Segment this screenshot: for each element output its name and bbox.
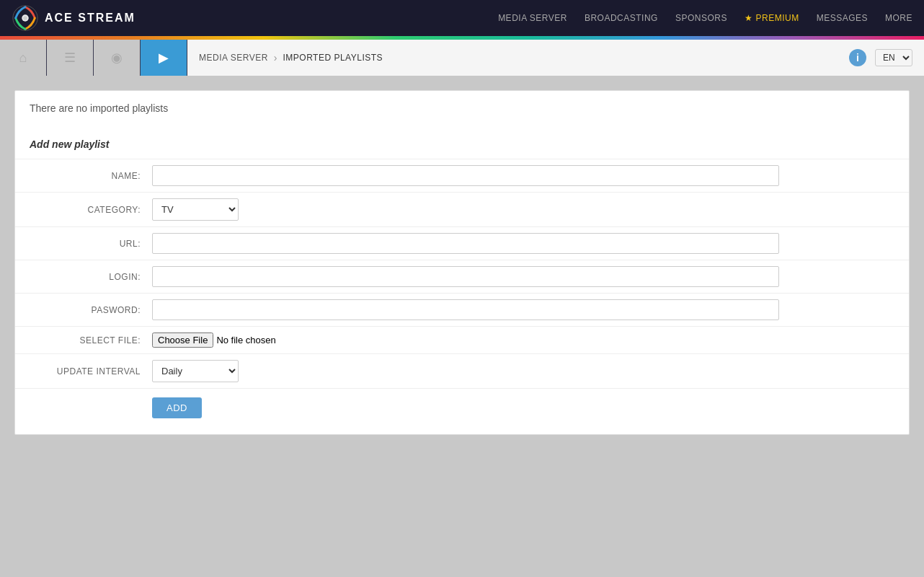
name-label: NAME:: [30, 171, 152, 181]
url-input[interactable]: [152, 233, 779, 254]
nav-link-more[interactable]: MORE: [885, 13, 912, 23]
file-input[interactable]: [152, 332, 329, 348]
top-nav-links: MEDIA SERVER BROADCASTING SPONSORS ★ PRE…: [192, 13, 912, 23]
name-input[interactable]: [152, 165, 779, 186]
password-row: PASWORD:: [15, 293, 909, 326]
logo-area: ACE STREAM: [12, 4, 192, 32]
nav-link-sponsors[interactable]: SPONSORS: [675, 13, 727, 23]
nav-link-broadcasting[interactable]: BROADCASTING: [585, 13, 658, 23]
secondary-nav: ⌂ ☰ ◉ ▶: [0, 40, 187, 76]
home-icon: ⌂: [19, 50, 27, 66]
breadcrumb-media-server[interactable]: MEDIA SERVER: [199, 53, 268, 63]
login-label: LOGIN:: [30, 272, 152, 282]
nav-play[interactable]: ▶: [141, 40, 187, 76]
premium-star-icon: ★: [745, 13, 753, 23]
category-label: CATEGORY:: [30, 205, 152, 215]
content-panel: There are no imported playlists Add new …: [14, 90, 910, 435]
main-content: There are no imported playlists Add new …: [0, 76, 924, 577]
breadcrumb-current: IMPORTED PLAYLISTS: [283, 53, 383, 63]
file-label: SELECT FILE:: [30, 335, 152, 345]
broadcast-icon: ◉: [111, 50, 123, 66]
top-navigation: ACE STREAM MEDIA SERVER BROADCASTING SPO…: [0, 0, 924, 36]
nav-link-messages[interactable]: MESSAGES: [817, 13, 868, 23]
play-icon: ▶: [159, 50, 169, 66]
language-selector[interactable]: EN RU DE: [875, 49, 912, 66]
form-title: Add new playlist: [15, 133, 909, 159]
nav-and-breadcrumb: ⌂ ☰ ◉ ▶ MEDIA SERVER › IMPORTED PLAYLIST…: [0, 40, 924, 76]
login-input[interactable]: [152, 266, 779, 287]
category-row: CATEGORY: TV Radio Movies Sports Other: [15, 192, 909, 226]
url-label: URL:: [30, 239, 152, 249]
nav-broadcast[interactable]: ◉: [94, 40, 141, 76]
login-row: LOGIN:: [15, 260, 909, 293]
breadcrumb-separator: ›: [274, 52, 277, 63]
url-row: URL:: [15, 226, 909, 260]
breadcrumb: MEDIA SERVER › IMPORTED PLAYLISTS i EN R…: [187, 40, 924, 76]
library-icon: ☰: [64, 50, 76, 66]
info-button[interactable]: i: [849, 49, 866, 66]
nav-link-media-server[interactable]: MEDIA SERVER: [498, 13, 567, 23]
update-interval-label: UPDATE INTERVAL: [30, 366, 152, 376]
password-label: PASWORD:: [30, 305, 152, 315]
category-select[interactable]: TV Radio Movies Sports Other: [152, 198, 239, 221]
add-button[interactable]: ADD: [152, 397, 202, 418]
file-input-wrapper: [152, 332, 329, 348]
file-row: SELECT FILE:: [15, 326, 909, 353]
update-interval-row: UPDATE INTERVAL Daily Hourly Weekly Neve…: [15, 353, 909, 388]
add-playlist-form: Add new playlist NAME: CATEGORY: TV Radi…: [15, 125, 909, 434]
app-name: ACE STREAM: [45, 12, 136, 25]
nav-library[interactable]: ☰: [47, 40, 94, 76]
name-row: NAME:: [15, 159, 909, 192]
breadcrumb-actions: i EN RU DE: [849, 49, 912, 66]
no-playlists-message: There are no imported playlists: [15, 91, 909, 125]
nav-link-premium[interactable]: ★ PREMIUM: [745, 13, 799, 23]
update-interval-select[interactable]: Daily Hourly Weekly Never: [152, 360, 239, 382]
password-input[interactable]: [152, 299, 779, 320]
nav-home[interactable]: ⌂: [0, 40, 47, 76]
svg-point-2: [23, 16, 27, 20]
form-actions-row: ADD: [15, 388, 909, 427]
app-logo-icon: [12, 4, 39, 32]
